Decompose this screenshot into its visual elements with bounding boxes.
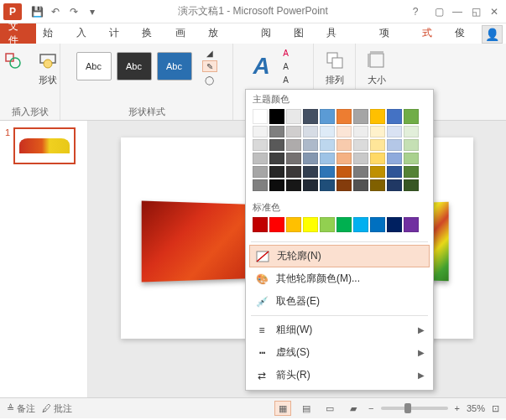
text-fill-button[interactable]: A (279, 47, 294, 59)
color-swatch[interactable] (303, 153, 318, 164)
color-swatch[interactable] (320, 139, 335, 151)
shapes-gallery-button[interactable] (0, 47, 29, 88)
color-swatch[interactable] (370, 139, 385, 151)
weight-item[interactable]: ≡ 粗细(W) ▶ (246, 319, 433, 341)
shapes-button[interactable]: 形状 (31, 47, 65, 88)
color-swatch[interactable] (370, 109, 385, 124)
color-swatch[interactable] (253, 217, 268, 232)
color-swatch[interactable] (269, 153, 284, 164)
color-swatch[interactable] (286, 109, 301, 124)
thumbnail-item[interactable]: 1 (5, 127, 82, 164)
redo-icon[interactable]: ↷ (65, 3, 82, 20)
color-swatch[interactable] (353, 217, 368, 232)
avatar[interactable]: 👤 (482, 25, 503, 44)
color-swatch[interactable] (253, 139, 268, 151)
zoom-level[interactable]: 35% (467, 403, 485, 413)
color-swatch[interactable] (303, 217, 318, 232)
color-swatch[interactable] (353, 126, 368, 137)
shape-fill-button[interactable]: ◢ (202, 47, 217, 59)
color-swatch[interactable] (320, 153, 335, 164)
zoom-out-button[interactable]: − (368, 403, 373, 413)
color-swatch[interactable] (286, 166, 301, 178)
color-swatch[interactable] (387, 126, 402, 137)
color-swatch[interactable] (387, 153, 402, 164)
color-swatch[interactable] (387, 166, 402, 178)
color-swatch[interactable] (370, 126, 385, 137)
color-swatch[interactable] (286, 139, 301, 151)
qat-more-icon[interactable]: ▾ (84, 3, 101, 20)
color-swatch[interactable] (303, 139, 318, 151)
color-swatch[interactable] (253, 109, 268, 124)
color-swatch[interactable] (320, 126, 335, 137)
color-swatch[interactable] (253, 126, 268, 137)
color-swatch[interactable] (370, 166, 385, 178)
color-swatch[interactable] (336, 166, 352, 178)
zoom-in-button[interactable]: + (455, 403, 460, 413)
dashes-item[interactable]: ┅ 虚线(S) ▶ (246, 341, 433, 364)
minimize-icon[interactable]: — (449, 3, 466, 20)
style-swatch-2[interactable]: Abc (117, 52, 152, 80)
slideshow-view-button[interactable]: ▰ (345, 401, 362, 416)
color-swatch[interactable] (336, 139, 352, 151)
color-swatch[interactable] (303, 179, 318, 191)
color-swatch[interactable] (336, 153, 352, 164)
color-swatch[interactable] (253, 166, 268, 178)
color-swatch[interactable] (269, 166, 284, 178)
arrange-button[interactable]: 排列 (318, 47, 352, 88)
more-outline-colors-item[interactable]: 🎨 其他轮廓颜色(M)... (246, 267, 433, 290)
eyedropper-item[interactable]: 💉 取色器(E) (246, 290, 433, 313)
tab-file[interactable]: 文件 (0, 23, 36, 44)
color-swatch[interactable] (387, 109, 402, 124)
slide-image-left[interactable] (142, 201, 260, 283)
color-swatch[interactable] (336, 109, 352, 124)
color-swatch[interactable] (404, 217, 419, 232)
help-icon[interactable]: ? (407, 3, 424, 20)
ribbon-options-icon[interactable]: ▢ (430, 3, 447, 20)
color-swatch[interactable] (286, 153, 301, 164)
normal-view-button[interactable]: ▦ (274, 401, 291, 416)
color-swatch[interactable] (253, 179, 268, 191)
color-swatch[interactable] (320, 179, 335, 191)
color-swatch[interactable] (353, 179, 368, 191)
color-swatch[interactable] (286, 179, 301, 191)
color-swatch[interactable] (269, 217, 284, 232)
color-swatch[interactable] (387, 179, 402, 191)
color-swatch[interactable] (404, 109, 419, 124)
color-swatch[interactable] (336, 179, 352, 191)
color-swatch[interactable] (353, 153, 368, 164)
wordart-icon[interactable]: A (253, 53, 269, 80)
color-swatch[interactable] (404, 153, 419, 164)
restore-icon[interactable]: ◱ (467, 3, 484, 20)
no-outline-item[interactable]: 无轮廓(N) (249, 245, 430, 267)
save-icon[interactable]: 💾 (29, 3, 45, 20)
size-button[interactable]: 大小 (360, 47, 394, 88)
color-swatch[interactable] (404, 139, 419, 151)
color-swatch[interactable] (336, 126, 352, 137)
close-icon[interactable]: ✕ (486, 3, 503, 20)
shape-effects-button[interactable]: ◯ (202, 74, 217, 86)
arrows-item[interactable]: ⇄ 箭头(R) ▶ (246, 364, 433, 386)
style-swatch-1[interactable]: Abc (76, 52, 112, 80)
text-effects-button[interactable]: A (279, 74, 294, 86)
fit-to-window-button[interactable]: ⊡ (492, 403, 499, 414)
color-swatch[interactable] (286, 217, 301, 232)
color-swatch[interactable] (320, 109, 335, 124)
color-swatch[interactable] (320, 166, 335, 178)
color-swatch[interactable] (404, 179, 419, 191)
text-outline-button[interactable]: A (279, 60, 294, 72)
color-swatch[interactable] (269, 179, 284, 191)
color-swatch[interactable] (269, 109, 284, 124)
color-swatch[interactable] (370, 217, 385, 232)
sorter-view-button[interactable]: ▤ (298, 401, 315, 416)
color-swatch[interactable] (253, 153, 268, 164)
color-swatch[interactable] (353, 166, 368, 178)
color-swatch[interactable] (269, 139, 284, 151)
comments-button[interactable]: 🖊 批注 (42, 402, 72, 415)
color-swatch[interactable] (353, 109, 368, 124)
notes-button[interactable]: ≜ 备注 (7, 402, 35, 415)
color-swatch[interactable] (387, 217, 402, 232)
color-swatch[interactable] (336, 217, 352, 232)
color-swatch[interactable] (286, 126, 301, 137)
style-swatch-3[interactable]: Abc (157, 52, 192, 80)
color-swatch[interactable] (303, 166, 318, 178)
